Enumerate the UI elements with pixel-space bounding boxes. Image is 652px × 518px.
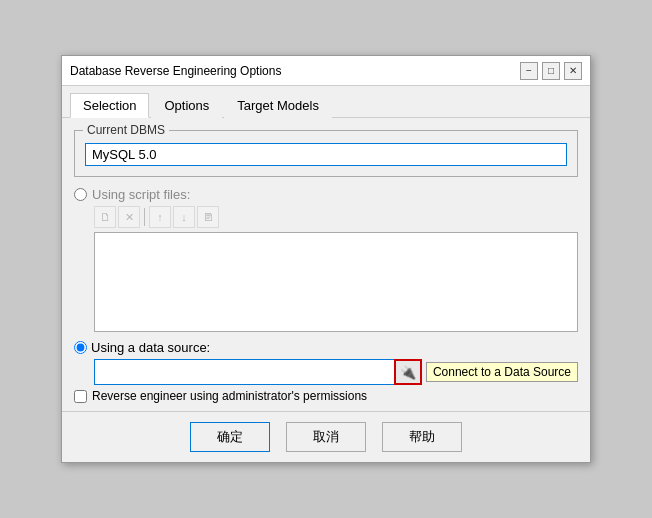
script-files-label: Using script files: xyxy=(92,187,190,202)
current-dbms-label: Current DBMS xyxy=(83,123,169,137)
datasource-input[interactable] xyxy=(94,359,394,385)
tab-selection[interactable]: Selection xyxy=(70,93,149,118)
admin-checkbox-label: Reverse engineer using administrator's p… xyxy=(92,389,367,403)
current-dbms-group: Current DBMS xyxy=(74,130,578,177)
connect-datasource-button[interactable]: 🔌 xyxy=(394,359,422,385)
edit-script-button[interactable]: 🖹 xyxy=(197,206,219,228)
toolbar-separator xyxy=(144,208,145,226)
datasource-row: Using a data source: xyxy=(74,340,578,355)
footer: 确定 取消 帮助 xyxy=(62,411,590,462)
tab-content: Current DBMS Using script files: 🗋 ✕ ↑ ↓… xyxy=(62,118,590,411)
window-controls: − □ ✕ xyxy=(520,62,582,80)
script-files-radio[interactable] xyxy=(74,188,87,201)
script-list-area xyxy=(94,232,578,332)
minimize-button[interactable]: − xyxy=(520,62,538,80)
confirm-button[interactable]: 确定 xyxy=(190,422,270,452)
script-toolbar: 🗋 ✕ ↑ ↓ 🖹 xyxy=(94,206,578,228)
admin-checkbox-row: Reverse engineer using administrator's p… xyxy=(74,389,578,403)
title-bar: Database Reverse Engineering Options − □… xyxy=(62,56,590,86)
datasource-input-row: 🔌 Connect to a Data Source xyxy=(94,359,578,385)
main-window: Database Reverse Engineering Options − □… xyxy=(61,55,591,463)
cancel-button[interactable]: 取消 xyxy=(286,422,366,452)
datasource-label: Using a data source: xyxy=(91,340,210,355)
tabs-bar: Selection Options Target Models xyxy=(62,86,590,118)
help-button[interactable]: 帮助 xyxy=(382,422,462,452)
move-down-button[interactable]: ↓ xyxy=(173,206,195,228)
tab-options[interactable]: Options xyxy=(151,93,222,118)
add-script-button[interactable]: 🗋 xyxy=(94,206,116,228)
datasource-radio[interactable] xyxy=(74,341,87,354)
window-title: Database Reverse Engineering Options xyxy=(70,64,281,78)
connect-datasource-icon: 🔌 xyxy=(400,365,416,380)
connect-tooltip: Connect to a Data Source xyxy=(426,362,578,382)
remove-script-button[interactable]: ✕ xyxy=(118,206,140,228)
script-files-radio-row: Using script files: xyxy=(74,187,578,202)
datasource-input-wrap: 🔌 xyxy=(94,359,422,385)
admin-checkbox[interactable] xyxy=(74,390,87,403)
close-button[interactable]: ✕ xyxy=(564,62,582,80)
dbms-input[interactable] xyxy=(85,143,567,166)
datasource-section: Using a data source: 🔌 Connect to a Data… xyxy=(74,340,578,403)
move-up-button[interactable]: ↑ xyxy=(149,206,171,228)
maximize-button[interactable]: □ xyxy=(542,62,560,80)
script-files-section: Using script files: 🗋 ✕ ↑ ↓ 🖹 xyxy=(74,187,578,332)
tab-target-models[interactable]: Target Models xyxy=(224,93,332,118)
